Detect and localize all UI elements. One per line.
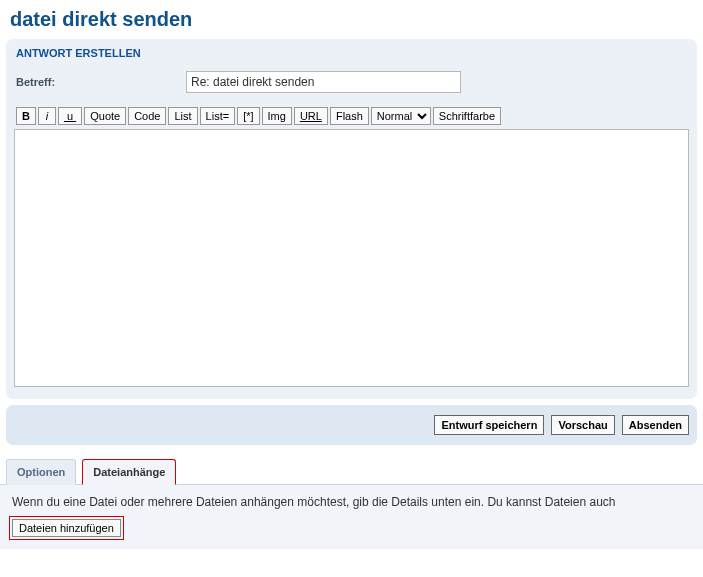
save-draft-button[interactable]: Entwurf speichern <box>434 415 544 435</box>
quote-button[interactable]: Quote <box>84 107 126 125</box>
submit-button[interactable]: Absenden <box>622 415 689 435</box>
bold-button[interactable]: B <box>16 107 36 125</box>
list-ordered-button[interactable]: List= <box>200 107 236 125</box>
url-button[interactable]: URL <box>294 107 328 125</box>
subject-row: Betreff: <box>14 69 689 105</box>
img-button[interactable]: Img <box>262 107 292 125</box>
underline-button[interactable]: u <box>58 107 82 125</box>
tab-attachments[interactable]: Dateianhänge <box>82 459 176 485</box>
list-button[interactable]: List <box>168 107 197 125</box>
subject-input[interactable] <box>186 71 461 93</box>
preview-button[interactable]: Vorschau <box>551 415 614 435</box>
font-color-button[interactable]: Schriftfarbe <box>433 107 501 125</box>
attachments-intro-text: Wenn du eine Datei oder mehrere Dateien … <box>12 495 691 509</box>
tab-strip: Optionen Dateianhänge <box>6 459 697 485</box>
attachments-panel: Wenn du eine Datei oder mehrere Dateien … <box>0 484 703 549</box>
tab-options[interactable]: Optionen <box>6 459 76 485</box>
flash-button[interactable]: Flash <box>330 107 369 125</box>
font-size-select[interactable]: Normal <box>371 107 431 125</box>
bbcode-toolbar: B i u Quote Code List List= [*] Img URL … <box>14 105 689 128</box>
list-item-button[interactable]: [*] <box>237 107 259 125</box>
compose-panel: ANTWORT ERSTELLEN Betreff: B i u Quote C… <box>6 39 697 399</box>
add-files-button[interactable]: Dateien hinzufügen <box>12 519 121 537</box>
compose-panel-header: ANTWORT ERSTELLEN <box>14 45 689 69</box>
subject-label: Betreff: <box>16 76 186 88</box>
action-bar: Entwurf speichern Vorschau Absenden <box>6 405 697 445</box>
code-button[interactable]: Code <box>128 107 166 125</box>
italic-button[interactable]: i <box>38 107 56 125</box>
message-textarea[interactable] <box>14 129 689 387</box>
page-title: datei direkt senden <box>0 0 703 35</box>
